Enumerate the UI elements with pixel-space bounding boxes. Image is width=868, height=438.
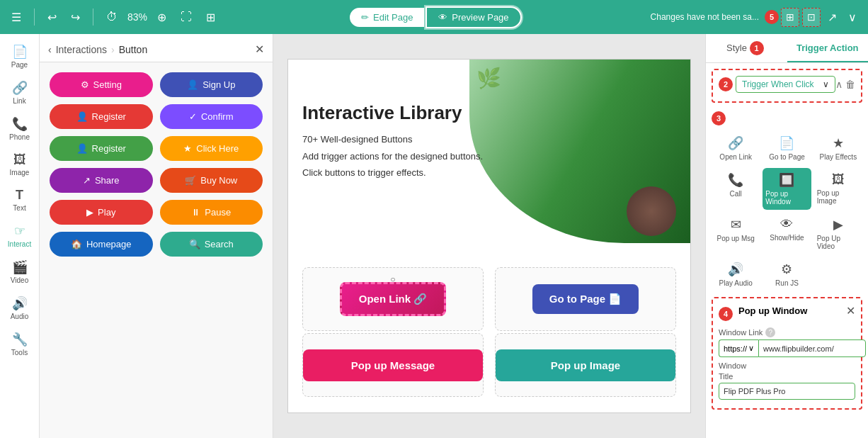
subtitle-line2: Add trigger actions for the designed but… [302,148,483,164]
action-popup-window[interactable]: 🔲 Pop up Window [763,168,811,210]
canvas-open-link-button[interactable]: Open Link 🔗 [340,282,447,316]
canvas-goto-page-button[interactable]: Go to Page 📄 [532,284,639,314]
breadcrumb-interactions[interactable]: Interactions [56,44,107,55]
share-btn-label: Share [95,175,120,186]
action-icons-grid: 🔗 Open Link 📄 Go to Page ★ Play Effects … [706,128,868,297]
panel-close-button[interactable]: ✕ [255,43,264,56]
toolbar-center: ✏ Edit Page 👁 Preview Page [225,6,645,28]
breadcrumb-button: Button [119,44,147,55]
confirm-btn-icon: ✓ [189,111,197,122]
canvas-box-popupmsg: Pop up Message [302,333,484,397]
menu-button[interactable]: ☰ [7,8,25,27]
popup-video-action-label: Pop Up Video [817,235,860,250]
separator1 [34,9,35,26]
btn-homepage[interactable]: 🏠 Homepage [50,232,153,257]
action-open-link[interactable]: 🔗 Open Link [712,131,760,165]
tab-style-label: Style [726,43,747,53]
redo-button[interactable]: ↪ [67,8,84,27]
canvas-bg: 🌿 [469,60,690,243]
sidebar-item-link[interactable]: 🔗 Link [2,76,38,109]
trigger-up-button[interactable]: ∧ [835,79,843,90]
audio-icon: 🔊 [12,296,28,311]
protocol-chevron-icon: ∨ [748,344,754,353]
tools-icon: 🔧 [12,332,28,347]
icon-btn-b[interactable]: ⊡ [802,8,821,27]
btn-confirm[interactable]: ✓ Confirm [160,104,263,129]
btn-search[interactable]: 🔍 Search [160,232,263,257]
window-link-info-icon[interactable]: ? [765,327,775,337]
sidebar-item-audio[interactable]: 🔊 Audio [2,291,38,325]
trigger-delete-button[interactable]: 🗑 [845,79,855,90]
zoom-in-button[interactable]: ⊕ [153,8,171,27]
trigger-select[interactable]: Trigger When Click ∨ [736,76,835,93]
btn-share[interactable]: ↗ Share [50,168,153,193]
action-run-js[interactable]: ⚙ Run JS [763,257,811,291]
sidebar-item-page[interactable]: 📄 Page [2,40,38,73]
protocol-select[interactable]: https:// ∨ [719,339,758,357]
action-play-audio[interactable]: 🔊 Play Audio [712,257,760,291]
edit-page-button[interactable]: ✏ Edit Page [348,6,426,28]
link-icon: 🔗 [12,80,28,96]
popup-image-action-label: Pop up Image [817,189,860,205]
signup-btn-icon: 👤 [187,79,198,90]
window-link-label: Window Link ? [719,327,855,337]
badge-1: 1 [750,41,764,55]
timer-icon[interactable]: ⏱ [102,8,122,26]
sidebar-item-image[interactable]: 🖼 Image [2,148,38,181]
toolbar-right: Changes have not been sa... 5 ⊞ ⊡ ↗ ∨ [651,8,861,27]
pause-btn-label: Pause [205,207,231,218]
grid-button[interactable]: ⊞ [202,8,219,27]
sidebar-item-phone[interactable]: 📞 Phone [2,112,38,145]
panel-back-button[interactable]: ‹ [48,44,52,55]
undo-button[interactable]: ↩ [43,8,61,27]
call-action-icon: 📞 [728,172,743,188]
popup-window-section: 4 Pop up Window ✕ Window Link ? https://… [712,297,862,410]
url-input[interactable] [758,339,866,357]
canvas-popup-image-button[interactable]: Pop up Image [496,349,675,381]
canvas-page: 🌿 Interactive Library 70+ Well-designed … [287,59,691,413]
show-hide-action-icon: 👁 [780,217,793,232]
image-icon: 🖼 [13,152,26,167]
sidebar-item-tools[interactable]: 🔧 Tools [2,327,38,361]
btn-setting[interactable]: ⚙ Setting [50,72,153,97]
sidebar-label-link: Link [13,97,25,105]
more-button[interactable]: ∨ [844,8,861,27]
btn-pause[interactable]: ⏸ Pause [160,200,263,225]
canvas-subtitle: 70+ Well-designed Buttons Add trigger ac… [302,131,483,181]
share-button[interactable]: ↗ [823,8,841,27]
link-input-row: https:// ∨ [719,339,855,357]
action-goto-page[interactable]: 📄 Go to Page [763,131,811,165]
buynow-btn-icon: 🛒 [185,175,196,186]
badge-4: 4 [719,307,733,321]
btn-register2[interactable]: 👤 Register [50,136,153,161]
zoom-level: 83% [127,11,147,23]
tab-style[interactable]: Style 1 [706,34,787,62]
page-icon: 📄 [12,44,28,60]
sidebar-item-text[interactable]: T Text [2,184,38,216]
btn-play[interactable]: ▶ Play [50,200,153,225]
title-input[interactable] [719,383,855,400]
action-play-effects[interactable]: ★ Play Effects [814,131,862,165]
icon-btn-a[interactable]: ⊞ [781,8,799,27]
btn-clickhere[interactable]: ★ Click Here [160,136,263,161]
register2-btn-icon: 👤 [76,143,88,154]
sidebar-label-tools: Tools [11,349,28,356]
sidebar-item-video[interactable]: 🎬 Video [2,255,38,288]
popup-window-close-button[interactable]: ✕ [846,304,855,318]
action-popup-msg[interactable]: ✉ Pop up Msg [712,213,760,254]
action-call[interactable]: 📞 Call [712,168,760,210]
tab-trigger-action[interactable]: Trigger Action [787,34,869,62]
btn-register1[interactable]: 👤 Register [50,104,153,129]
buynow-btn-label: Buy Now [200,175,237,186]
btn-signup[interactable]: 👤 Sign Up [160,72,263,97]
sidebar-item-interact[interactable]: ☞ Interact [2,219,38,252]
action-popup-video[interactable]: ▶ Pop Up Video [814,213,862,254]
action-show-hide[interactable]: 👁 Show/Hide [763,213,811,254]
popup-video-action-icon: ▶ [833,217,843,232]
preview-page-button[interactable]: 👁 Preview Page [426,6,521,28]
expand-button[interactable]: ⛶ [176,8,196,26]
action-popup-image[interactable]: 🖼 Pop up Image [814,168,862,210]
canvas-popup-message-button[interactable]: Pop up Message [303,349,483,381]
run-js-action-icon: ⚙ [781,262,792,277]
btn-buynow[interactable]: 🛒 Buy Now [160,168,263,193]
